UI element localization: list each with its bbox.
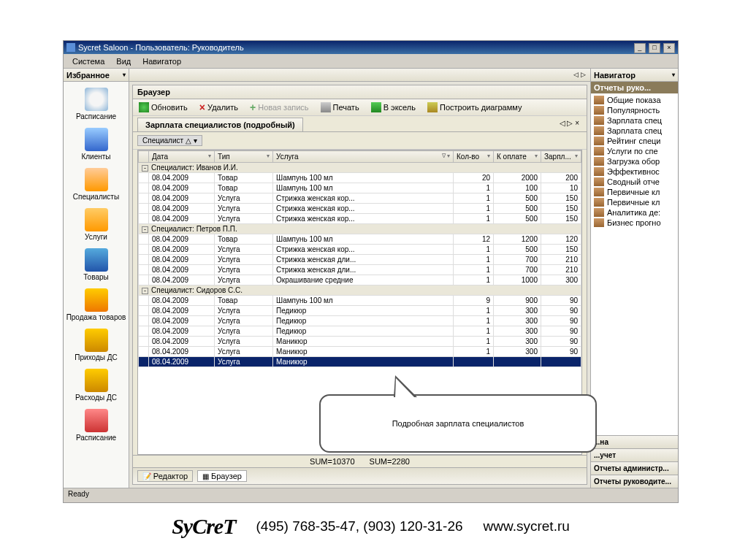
table-row[interactable]: 08.04.2009УслугаОкрашивание средние11000… — [139, 275, 581, 285]
group-header-row[interactable]: -Специалист: Сидоров С.С. — [139, 285, 581, 296]
tab-report[interactable]: Зарплата специалистов (подробный) — [137, 118, 303, 131]
nav-tree-item[interactable]: Общие показа — [592, 95, 676, 105]
fav-item[interactable]: Расходы ДС — [64, 369, 129, 402]
close-button[interactable]: × — [663, 43, 675, 53]
nav-foot-item[interactable]: ...учет — [591, 448, 678, 461]
fav-label: Клиенты — [64, 153, 129, 161]
nav-foot-item[interactable]: ...на — [591, 435, 678, 448]
delete-button[interactable]: ×Удалить — [196, 102, 241, 112]
page-footer: SyCreT (495) 768-35-47, (903) 120-31-26 … — [63, 514, 679, 539]
callout: Подробная зарплата специалистов — [319, 394, 597, 453]
col-topay[interactable]: К оплате▾ — [494, 151, 541, 163]
nav-tree-item[interactable]: Эффективнос — [592, 166, 676, 177]
table-row[interactable]: 08.04.2009УслугаСтрижка женская кор...15… — [139, 204, 581, 214]
tab-controls[interactable]: ◁ ▷ × — [557, 118, 582, 131]
toolbar: Обновить ×Удалить +Новая запись Печать В… — [133, 99, 587, 116]
maximize-button[interactable]: □ — [649, 43, 660, 53]
nav-tree-item[interactable]: Зарплата спец — [592, 115, 676, 126]
col-service[interactable]: Услуга∇ ▾ — [273, 151, 454, 163]
print-button[interactable]: Печать — [318, 101, 362, 113]
nav-tree-item[interactable]: Сводный отче — [592, 177, 676, 187]
tab-editor[interactable]: 📝 Редактор — [137, 470, 193, 482]
print-icon — [321, 102, 331, 112]
nav-tree-item[interactable]: Первичные кл — [592, 197, 676, 207]
nav-foot-item[interactable]: Отчеты руководите... — [591, 475, 678, 488]
nav-tree-item[interactable]: Популярность — [592, 105, 676, 115]
table-row[interactable]: 08.04.2009УслугаСтрижка женская кор...15… — [139, 245, 581, 255]
table-row[interactable]: 08.04.2009ТоварШампунь 100 мл202000200 — [139, 173, 581, 183]
fav-item[interactable]: Товары — [64, 248, 129, 281]
nav-tree-item[interactable]: Загрузка обор — [592, 156, 676, 166]
table-row[interactable]: 08.04.2009УслугаПедикюр130090 — [139, 306, 581, 316]
nav-tree-item[interactable]: Рейтинг специ — [592, 136, 676, 146]
collapse-icon[interactable]: - — [142, 165, 148, 172]
report-icon — [594, 177, 604, 186]
table-row[interactable]: 08.04.2009УслугаСтрижка женская дли...17… — [139, 255, 581, 265]
nav-tree-item[interactable]: Аналитика де: — [592, 207, 676, 218]
navigator-section[interactable]: Отчеты руко... — [591, 82, 678, 93]
fav-item[interactable]: Услуги — [64, 208, 129, 241]
fav-label: Специалисты — [64, 193, 129, 201]
fav-label: Продажа товаров — [64, 313, 129, 321]
group-header-row[interactable]: -Специалист: Петров П.П. — [139, 224, 581, 234]
group-chip[interactable]: Специалист △ ▾ — [137, 135, 202, 146]
fav-label: Товары — [64, 273, 129, 281]
fav-item[interactable]: Приходы ДС — [64, 329, 129, 361]
table-row[interactable]: 08.04.2009УслугаПедикюр130090 — [139, 326, 581, 337]
nav-tree-item[interactable]: Зарплата спец — [592, 126, 676, 136]
table-row[interactable]: 08.04.2009УслугаМаникюр — [139, 357, 581, 367]
nav-tree-item[interactable]: Услуги по спе — [592, 146, 676, 156]
col-date[interactable]: Дата▾ — [149, 151, 215, 163]
table-row[interactable]: 08.04.2009УслугаМаникюр130090 — [139, 337, 581, 347]
table-row[interactable]: 08.04.2009ТоварШампунь 100 мл110010 — [139, 183, 581, 193]
table-row[interactable]: 08.04.2009УслугаСтрижка женская кор...15… — [139, 214, 581, 224]
new-button: +Новая запись — [247, 102, 312, 112]
favorites-header[interactable]: Избранное▾ — [64, 69, 129, 82]
report-icon — [594, 147, 604, 156]
fav-item[interactable]: Расписание — [64, 409, 129, 442]
group-header-row[interactable]: -Специалист: Иванов И.И. — [139, 163, 581, 173]
window-title: Sycret Saloon - Пользователь: Руководите… — [78, 43, 633, 52]
table-row[interactable]: 08.04.2009ТоварШампунь 100 мл121200120 — [139, 234, 581, 245]
fav-label: Расходы ДС — [64, 394, 129, 402]
col-qty[interactable]: Кол-во▾ — [454, 151, 494, 163]
table-row[interactable]: 08.04.2009УслугаСтрижка женская кор...15… — [139, 193, 581, 204]
nav-foot-item[interactable]: Отчеты администр... — [591, 461, 678, 475]
report-icon — [594, 188, 604, 196]
group-row: Специалист △ ▾ — [133, 132, 587, 150]
table-row[interactable]: 08.04.2009УслугаМаникюр130090 — [139, 347, 581, 357]
menu-view[interactable]: Вид — [110, 57, 137, 66]
titlebar: Sycret Saloon - Пользователь: Руководите… — [64, 41, 678, 54]
minimize-button[interactable]: _ — [634, 43, 646, 53]
report-icon — [594, 218, 604, 227]
chart-button[interactable]: Построить диаграмму — [424, 101, 524, 113]
table-row[interactable]: 08.04.2009УслугаПедикюр130090 — [139, 316, 581, 326]
col-type[interactable]: Тип▾ — [215, 151, 273, 163]
fav-label: Приходы ДС — [64, 353, 129, 361]
fav-item[interactable]: Расписание — [64, 88, 129, 120]
menu-system[interactable]: Система — [66, 57, 110, 66]
nav-tree-item[interactable]: Первичные кл — [592, 187, 676, 197]
plus-icon: + — [250, 103, 256, 112]
fav-item[interactable]: Специалисты — [64, 168, 129, 201]
navigator-header[interactable]: Навигатор▾ — [591, 69, 678, 82]
fav-icon — [85, 168, 108, 191]
table-row[interactable]: 08.04.2009УслугаСтрижка женская дли...17… — [139, 265, 581, 275]
report-icon — [594, 96, 604, 104]
table-row[interactable]: 08.04.2009ТоварШампунь 100 мл990090 — [139, 296, 581, 306]
collapse-icon[interactable]: - — [142, 288, 148, 294]
nav-tree-item[interactable]: Бизнес прогно — [592, 218, 676, 228]
summary-bar: SUM=10370 SUM=2280 — [133, 455, 587, 467]
col-salary[interactable]: Зарпл...▾ — [541, 151, 581, 163]
collapse-icon[interactable]: - — [142, 226, 148, 233]
refresh-button[interactable]: Обновить — [136, 101, 191, 113]
fav-label: Расписание — [64, 112, 129, 120]
tab-browser[interactable]: ▦ Браузер — [197, 470, 247, 482]
menu-navigator[interactable]: Навигатор — [137, 57, 187, 66]
fav-item[interactable]: Продажа товаров — [64, 288, 129, 321]
refresh-icon — [139, 102, 149, 112]
fav-item[interactable]: Клиенты — [64, 128, 129, 161]
navigator-tree: Общие показаПопулярностьЗарплата спецЗар… — [591, 93, 678, 435]
nav-arrows[interactable]: ◁ ▷ — [129, 69, 590, 82]
excel-button[interactable]: В эксель — [368, 101, 419, 113]
